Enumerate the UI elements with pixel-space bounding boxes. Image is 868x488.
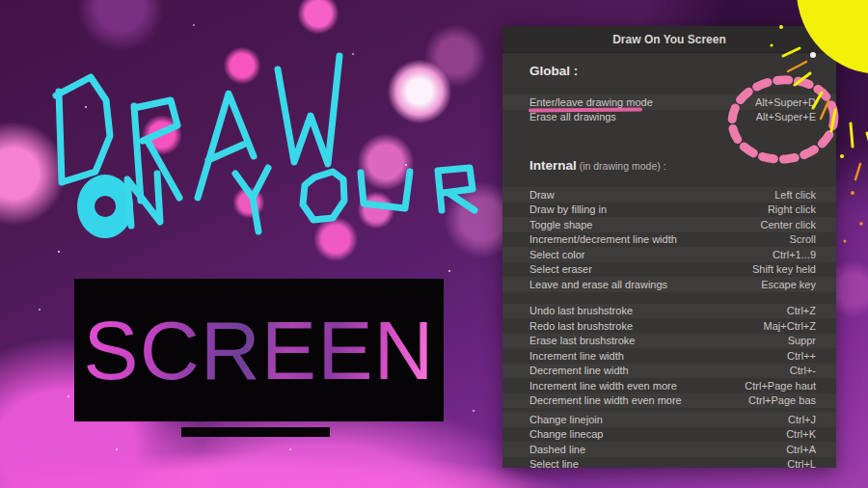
shortcut-label: Select line [529,458,579,468]
shortcut-section: Global :Enter/leave drawing modeAlt+Supe… [502,63,836,124]
shortcut-label: Decrement line width [529,365,629,376]
shortcut-row[interactable]: Draw by filling inRight click [502,203,836,218]
monitor-stand [181,427,330,437]
star-speckles [58,251,60,253]
shortcut-section: Internal (in drawing mode) :DrawLeft cli… [502,157,836,292]
shortcuts-panel: Draw On You Screen Global :Enter/leave d… [502,26,836,468]
panel-titlebar: Draw On You Screen [502,26,836,53]
shortcut-section: Change linejoinCtrl+JChange linecapCtrl+… [502,412,836,468]
shortcut-row[interactable]: Toggle shapeCenter click [502,217,836,232]
shortcut-label: Dashed line [529,444,585,455]
shortcut-rows: Change linejoinCtrl+JChange linecapCtrl+… [502,412,836,468]
shortcut-row[interactable]: DrawLeft click [502,187,836,203]
shortcut-key: Shift key held [752,263,816,275]
shortcut-row[interactable]: Redo last brushstrokeMaj+Ctrl+Z [502,318,836,334]
shortcut-row[interactable]: Dashed lineCtrl+A [502,442,836,457]
monitor-graphic: SCREEN [74,279,444,421]
shortcut-label: Decrement line width even more [529,394,682,406]
shortcut-label: Increment line width even more [529,380,677,392]
shortcut-key: Maj+Ctrl+Z [764,320,816,332]
screen-text: SCREEN [83,309,434,392]
shortcut-label: Increment line width [529,350,624,362]
shortcut-key: Ctrl+Page bas [748,394,816,406]
shortcut-section: Undo last brushstrokeCtrl+ZRedo last bru… [502,304,836,409]
shortcut-label: Change linejoin [529,414,603,425]
shortcut-row[interactable]: Undo last brushstrokeCtrl+Z [502,304,836,319]
shortcut-key: Ctrl+Z [787,305,816,316]
shortcut-label: Erase all drawings [529,111,616,122]
shortcut-row[interactable]: Decrement line width even moreCtrl+Page … [502,393,836,409]
shortcut-key: Scroll [789,233,816,245]
shortcut-label: Enter/leave drawing mode [529,96,653,108]
monitor-screen: SCREEN [74,279,444,421]
shortcut-row[interactable]: Leave and erase all drawingsEscape key [502,277,836,292]
shortcut-rows: DrawLeft clickDraw by filling inRight cl… [502,187,836,292]
shortcut-label: Select eraser [529,263,592,275]
shortcut-key: Right click [768,203,816,215]
panel-body: Global :Enter/leave drawing modeAlt+Supe… [502,63,836,468]
shortcut-row[interactable]: Select lineCtrl+L [502,457,836,469]
shortcut-label: Select color [529,249,584,260]
shortcut-row[interactable]: Erase last brushstrokeSuppr [502,334,836,349]
shortcut-key: Ctrl+K [786,428,816,440]
shortcut-label: Draw [529,189,555,201]
shortcut-row[interactable]: Increment/decrement line widthScroll [502,232,836,248]
panel-title: Draw On You Screen [612,33,726,46]
shortcut-label: Toggle shape [529,219,592,230]
shortcut-row[interactable]: Change linejoinCtrl+J [502,412,836,427]
shortcut-key: Center click [761,219,816,230]
shortcut-key: Ctrl+- [790,365,816,376]
shortcut-key: Ctrl+L [787,458,816,468]
shortcut-row[interactable]: Select colorCtrl+1...9 [502,247,836,262]
section-header: Internal (in drawing mode) : [529,157,836,174]
shortcut-key: Alt+Super+D [755,96,816,108]
shortcut-row[interactable]: Change linecapCtrl+K [502,427,836,443]
shortcut-label: Change linecap [529,428,603,440]
shortcut-row[interactable]: Select eraserShift key held [502,262,836,278]
shortcut-row[interactable]: Enter/leave drawing modeAlt+Super+D [502,95,836,110]
shortcut-row[interactable]: Decrement line widthCtrl+- [502,364,836,379]
section-header: Global : [529,63,836,79]
shortcut-key: Ctrl++ [787,350,816,362]
shortcut-label: Draw by filling in [529,203,607,215]
shortcut-label: Erase last brushstroke [529,335,635,346]
shortcut-key: Ctrl+A [786,444,816,455]
shortcut-key: Escape key [761,279,816,290]
shortcut-row[interactable]: Increment line widthCtrl++ [502,348,836,364]
shortcut-label: Redo last brushstroke [529,320,633,332]
thumbnail-canvas: SCREEN Draw On You Screen Global :Enter/… [0,0,868,488]
shortcut-key: Suppr [788,335,816,346]
shortcut-key: Left click [774,189,816,201]
shortcut-label: Undo last brushstroke [529,305,633,316]
shortcut-row[interactable]: Erase all drawingsAlt+Super+E [502,110,836,125]
shortcut-key: Ctrl+1...9 [773,249,816,260]
shortcut-label: Leave and erase all drawings [529,279,667,290]
shortcut-key: Alt+Super+E [756,111,816,122]
shortcut-key: Ctrl+J [788,414,816,425]
shortcut-label: Increment/decrement line width [529,233,677,245]
shortcut-rows: Enter/leave drawing modeAlt+Super+DErase… [502,95,836,124]
shortcut-key: Ctrl+Page haut [745,380,816,392]
shortcut-row[interactable]: Increment line width even moreCtrl+Page … [502,378,836,393]
shortcut-rows: Undo last brushstrokeCtrl+ZRedo last bru… [502,304,836,409]
